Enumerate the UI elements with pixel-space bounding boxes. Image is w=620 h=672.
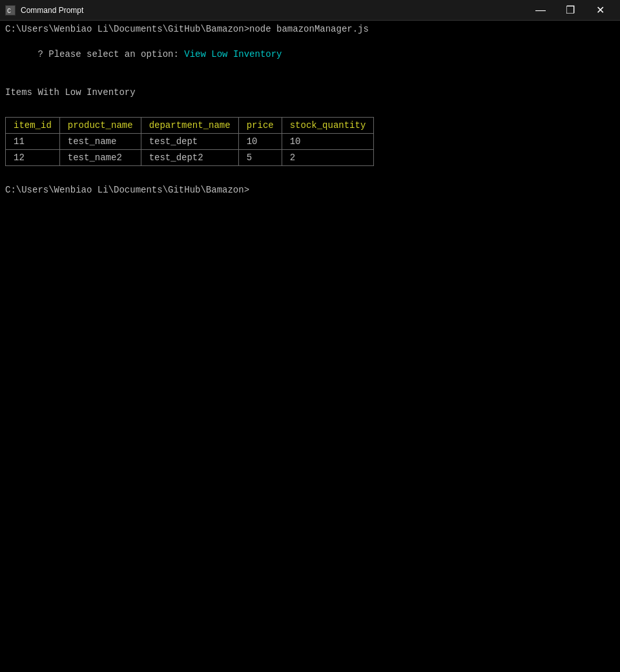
maximize-button[interactable]: ❐ [555, 0, 585, 21]
col-department-name: department_name [141, 118, 238, 134]
blank-line-1 [5, 74, 615, 87]
cell-1-3: 5 [238, 150, 282, 166]
col-item-id: item_id [6, 118, 60, 134]
command-line: C:\Users\Wenbiao Li\Documents\GitHub\Bam… [5, 23, 615, 36]
blank-line-3 [5, 171, 615, 184]
section-heading: Items With Low Inventory [5, 87, 615, 100]
final-prompt: C:\Users\Wenbiao Li\Documents\GitHub\Bam… [5, 184, 615, 197]
prompt-line: ? Please select an option: View Low Inve… [5, 36, 615, 74]
col-product-name: product_name [59, 118, 141, 134]
col-stock-quantity: stock_quantity [282, 118, 374, 134]
svg-text:C: C [7, 8, 11, 15]
window-title: Command Prompt [21, 6, 526, 15]
col-price: price [238, 118, 282, 134]
inventory-table: item_id product_name department_name pri… [5, 117, 374, 166]
command-prompt-window: C Command Prompt — ❐ ✕ C:\Users\Wenbiao … [0, 0, 620, 672]
table-header-row: item_id product_name department_name pri… [6, 118, 374, 134]
cell-1-1: test_name2 [59, 150, 141, 166]
cell-0-0: 11 [6, 134, 60, 150]
table-row: 11test_nametest_dept1010 [6, 134, 374, 150]
cell-0-3: 10 [238, 134, 282, 150]
cell-0-4: 10 [282, 134, 374, 150]
minimize-button[interactable]: — [526, 0, 555, 21]
cell-1-4: 2 [282, 150, 374, 166]
prompt-prefix: ? Please select an option: [37, 49, 184, 59]
prompt-selection: View Low Inventory [184, 49, 282, 59]
table-row: 12test_name2test_dept252 [6, 150, 374, 166]
cell-1-2: test_dept2 [141, 150, 238, 166]
cell-1-0: 12 [6, 150, 60, 166]
title-bar: C Command Prompt — ❐ ✕ [0, 0, 620, 21]
window-controls: — ❐ ✕ [526, 0, 615, 21]
terminal-content[interactable]: C:\Users\Wenbiao Li\Documents\GitHub\Bam… [0, 21, 620, 672]
app-icon: C [5, 5, 16, 16]
blank-line-2 [5, 100, 615, 112]
cell-0-2: test_dept [141, 134, 238, 150]
cell-0-1: test_name [59, 134, 141, 150]
close-button[interactable]: ✕ [585, 0, 615, 21]
